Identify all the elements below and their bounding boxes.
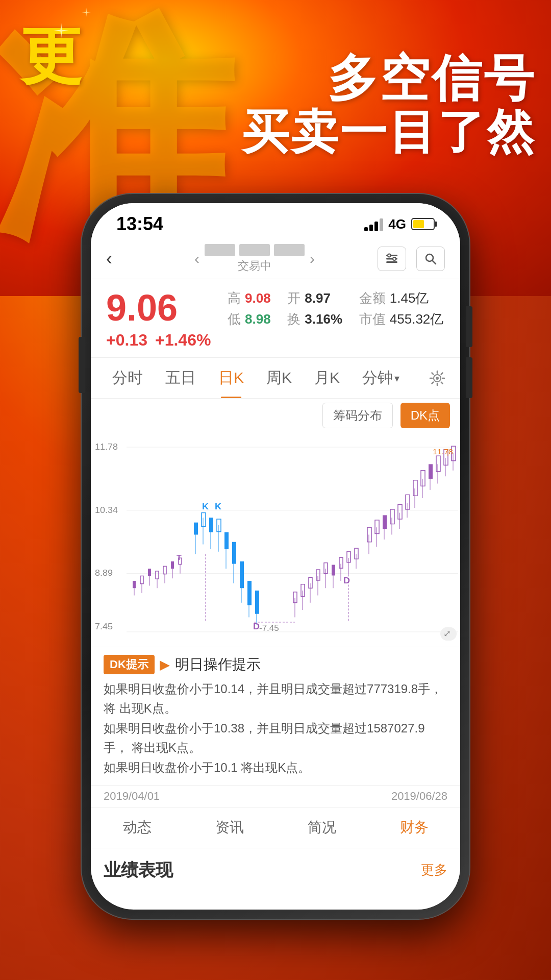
svg-rect-91	[421, 471, 425, 486]
dk-tip-header: DK提示 ▶ 明日操作提示	[104, 655, 447, 674]
app-header: ‹ ‹ 交易中 ›	[91, 239, 460, 279]
dk-arrow: ▶	[160, 657, 170, 673]
network-label: 4G	[388, 216, 406, 232]
svg-rect-20	[140, 576, 143, 583]
svg-rect-24	[156, 571, 159, 579]
svg-rect-39	[217, 519, 221, 532]
next-stock-button[interactable]: ›	[310, 250, 315, 267]
svg-rect-79	[375, 520, 379, 534]
svg-rect-33	[194, 523, 198, 535]
nav-jiankuang[interactable]: 简况	[276, 807, 368, 848]
svg-text:11.78: 11.78	[95, 442, 118, 452]
svg-text:-7.45: -7.45	[259, 623, 279, 633]
svg-text:10.34: 10.34	[95, 505, 118, 515]
performance-more[interactable]: 更多	[421, 861, 447, 879]
open-turnover-detail: 开 8.97 换 3.16%	[287, 289, 343, 328]
bottom-nav: 动态 资讯 简况 财务	[91, 807, 460, 848]
name-block-3	[274, 244, 305, 256]
svg-rect-2	[386, 261, 397, 263]
mktcap-value: 455.32亿	[390, 310, 444, 328]
svg-rect-26	[163, 566, 166, 574]
dk-point-button[interactable]: DK点	[400, 403, 450, 428]
price-main: 9.06	[106, 289, 212, 328]
nav-zixun[interactable]: 资讯	[183, 807, 276, 848]
svg-rect-89	[413, 480, 417, 496]
volume-down-button	[466, 357, 472, 398]
svg-text:K: K	[202, 501, 209, 511]
svg-text:8.89: 8.89	[95, 568, 113, 578]
amount-value: 1.45亿	[390, 289, 429, 307]
prev-stock-button[interactable]: ‹	[194, 250, 199, 267]
svg-rect-51	[255, 591, 259, 614]
nav-dongtai[interactable]: 动态	[91, 807, 183, 848]
svg-rect-77	[367, 527, 371, 542]
dk-line2: 出现K点。	[119, 701, 177, 715]
dk-badge: DK提示	[104, 655, 155, 674]
performance-section: 业绩表现 更多	[91, 848, 460, 887]
date-range: 2019/04/01 2019/06/28	[91, 785, 460, 807]
search-button[interactable]	[416, 247, 445, 271]
sparkle-icon	[54, 23, 69, 38]
change-abs: +0.13	[106, 331, 147, 350]
svg-line-6	[432, 260, 436, 264]
tab-rik[interactable]: 日K	[207, 358, 255, 398]
dk-line5: 如果明日收盘价小于10.1 将出现K点。	[104, 761, 310, 774]
header-nav: ‹ 交易中 ›	[194, 244, 315, 274]
svg-rect-87	[406, 495, 410, 509]
svg-rect-83	[390, 509, 394, 524]
promo-line1: 多空信号	[242, 51, 536, 106]
volume-up-button	[466, 306, 472, 347]
battery-level	[413, 220, 424, 228]
nav-caiwu[interactable]: 财务	[368, 807, 460, 848]
signal-bar-3	[374, 222, 378, 231]
trading-status: 交易中	[238, 258, 271, 274]
chip-distribution-button[interactable]: 筹码分布	[322, 403, 393, 428]
change-pct: +1.46%	[155, 331, 211, 350]
name-block-1	[205, 244, 235, 256]
high-row: 高 9.08	[228, 289, 272, 307]
stock-name-area: 交易中	[205, 244, 305, 274]
tab-fenshi[interactable]: 分时	[101, 358, 154, 398]
low-value: 8.98	[245, 311, 271, 327]
low-row: 低 8.98	[228, 310, 272, 328]
tab-yuek[interactable]: 月K	[303, 358, 351, 398]
svg-rect-85	[398, 504, 402, 519]
stock-price-section: 9.06 高 9.08 低 8.98 开 8.97	[91, 279, 460, 358]
turnover-row: 换 3.16%	[287, 310, 343, 328]
svg-rect-37	[209, 518, 213, 532]
char-geng: 更	[20, 15, 82, 99]
svg-rect-95	[436, 456, 440, 471]
header-icons	[378, 247, 445, 271]
performance-title: 业绩表现	[104, 859, 173, 882]
turnover-value: 3.16%	[305, 311, 342, 327]
status-time: 13:54	[116, 213, 163, 235]
name-block-2	[239, 244, 270, 256]
back-button[interactable]: ‹	[106, 248, 132, 270]
settings-button[interactable]	[378, 247, 406, 271]
tab-fenzhong[interactable]: 分钟 ▾	[351, 358, 411, 398]
chart-settings-button[interactable]	[424, 365, 450, 391]
dk-line4: 将出现K点。	[132, 741, 201, 754]
signal-bars	[364, 217, 383, 231]
svg-text:T: T	[177, 553, 182, 561]
svg-point-3	[388, 254, 391, 257]
svg-rect-47	[240, 561, 244, 588]
high-value: 9.08	[245, 290, 271, 306]
tab-zhouk[interactable]: 周K	[255, 358, 303, 398]
svg-rect-49	[247, 581, 252, 605]
open-row: 开 8.97	[287, 289, 343, 307]
svg-rect-45	[232, 542, 236, 564]
amount-row: 金额 1.45亿	[359, 289, 445, 307]
amount-label: 金额	[359, 289, 386, 307]
tab-wuri[interactable]: 五日	[154, 358, 207, 398]
svg-point-7	[436, 377, 439, 380]
svg-rect-22	[148, 569, 151, 576]
sparkle-icon-2	[82, 8, 91, 17]
price-change: +0.13 +1.46%	[106, 331, 212, 350]
dk-tip-content: 如果明日收盘价小于10.14，并且明日成交量超过777319.8手，将 出现K点…	[104, 679, 447, 777]
low-label: 低	[228, 310, 241, 328]
open-label: 开	[287, 289, 300, 307]
promo-text: 多空信号 买卖一目了然	[242, 51, 536, 158]
svg-rect-43	[224, 532, 229, 549]
price-value: 9.06	[106, 289, 212, 326]
